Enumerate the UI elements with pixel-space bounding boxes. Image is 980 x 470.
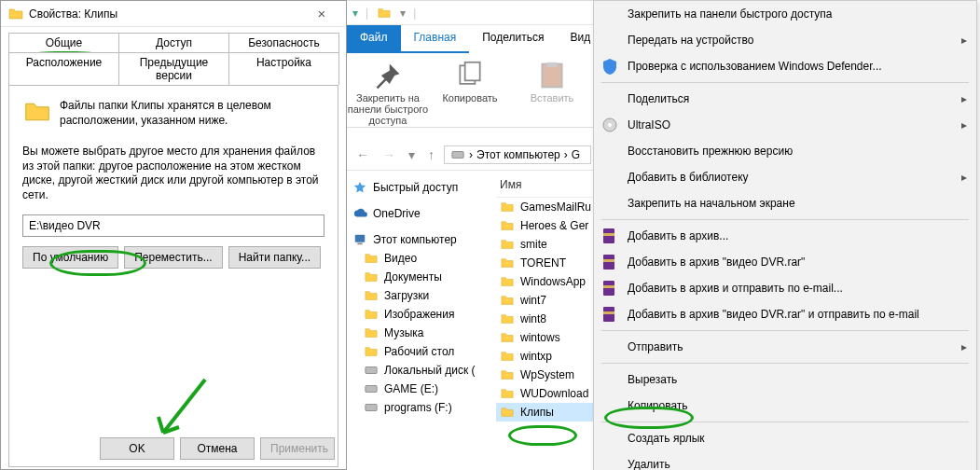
paste-icon	[537, 61, 567, 90]
tree-label: Быстрый доступ	[373, 181, 458, 194]
context-menu: Закрепить на панели быстрого доступаПере…	[593, 0, 977, 470]
folder-icon	[500, 387, 515, 400]
context-menu-item[interactable]: Закрепить на панели быстрого доступа	[594, 1, 976, 27]
close-icon[interactable]: ×	[305, 6, 338, 21]
menu-item-label: Добавить в библиотеку	[628, 171, 952, 184]
file-row[interactable]: wintxp	[496, 347, 597, 366]
tree-this-pc[interactable]: Этот компьютер	[351, 230, 492, 249]
context-menu-item[interactable]: Добавить в архив "видео DVR.rar" и отпра…	[594, 301, 976, 327]
file-row[interactable]: Heroes & Ger	[496, 216, 597, 235]
folder-icon	[500, 200, 515, 214]
svg-rect-10	[547, 62, 558, 67]
copy-icon	[455, 61, 485, 90]
breadcrumb-next[interactable]: G	[572, 148, 580, 161]
context-menu-item[interactable]: Передать на устройство▸	[594, 27, 976, 53]
submenu-arrow-icon: ▸	[961, 340, 967, 353]
context-menu-item[interactable]: Создать ярлык	[594, 425, 976, 451]
menu-item-label: Добавить в архив...	[628, 229, 967, 242]
tab-location[interactable]: Расположение	[8, 52, 119, 85]
nav-back-icon[interactable]: ←	[352, 147, 373, 162]
file-row[interactable]: GamesMailRu	[496, 198, 597, 216]
file-row[interactable]: TORENT	[496, 254, 597, 272]
context-menu-item[interactable]: Отправить▸	[594, 334, 976, 360]
file-row[interactable]: wint7	[496, 291, 597, 310]
file-row[interactable]: wint8	[496, 310, 597, 328]
file-row[interactable]: wintows	[496, 328, 597, 347]
shield-icon	[601, 58, 618, 75]
ribbon-tab-file[interactable]: Файл	[347, 25, 401, 53]
tree-quick-access[interactable]: Быстрый доступ	[351, 178, 492, 197]
context-menu-item[interactable]: Восстановить прежнюю версию	[594, 138, 976, 164]
cancel-button[interactable]: Отмена	[180, 437, 255, 460]
apply-button[interactable]: Применить	[260, 437, 335, 460]
context-menu-item[interactable]: Удалить	[594, 451, 976, 470]
tab-security[interactable]: Безопасность	[228, 33, 339, 52]
tree-downloads[interactable]: Загрузки	[351, 286, 492, 305]
context-menu-item[interactable]: Добавить в библиотеку▸	[594, 164, 976, 190]
archive-icon	[601, 254, 618, 270]
nav-forward-icon[interactable]: →	[379, 147, 399, 162]
submenu-arrow-icon: ▸	[961, 92, 967, 105]
file-name: Heroes & Ger	[520, 219, 588, 232]
breadcrumb-root[interactable]: Этот компьютер	[476, 148, 560, 161]
file-row[interactable]: Клипы	[496, 403, 597, 422]
context-menu-item[interactable]: Копировать	[594, 393, 976, 419]
move-button[interactable]: Переместить...	[124, 246, 223, 269]
context-menu-item[interactable]: UltraISO▸	[594, 112, 976, 138]
breadcrumb[interactable]: › Этот компьютер › G	[444, 145, 591, 164]
tree-documents[interactable]: Документы	[351, 268, 492, 286]
ribbon-copy-button[interactable]: Копировать	[429, 57, 511, 123]
tree-onedrive[interactable]: OneDrive	[351, 204, 492, 223]
ok-button[interactable]: OK	[100, 437, 174, 460]
tree-desktop[interactable]: Рабочий стол	[351, 342, 492, 361]
pin-icon	[373, 61, 403, 90]
file-row[interactable]: WUDownload	[496, 384, 597, 403]
tab-general[interactable]: Общие	[8, 33, 119, 52]
menu-separator	[601, 82, 969, 83]
ribbon-tab-home[interactable]: Главная	[401, 25, 470, 53]
tab-customize[interactable]: Настройка	[228, 52, 339, 85]
quick-access-toolbar: ▾ | ▾ |	[347, 1, 597, 25]
tree-label: Изображения	[384, 308, 454, 321]
file-name: wintows	[520, 331, 560, 344]
tree-local-disk[interactable]: Локальный диск (	[351, 361, 492, 380]
find-folder-button[interactable]: Найти папку...	[228, 246, 321, 269]
archive-icon	[601, 306, 618, 323]
tree-music[interactable]: Музыка	[351, 324, 492, 342]
folder-icon[interactable]	[376, 7, 393, 20]
folder-icon	[500, 312, 515, 325]
tree-pictures[interactable]: Изображения	[351, 305, 492, 324]
column-header-name[interactable]: Имя	[496, 173, 597, 198]
tree-game-drive[interactable]: GAME (E:)	[351, 380, 492, 398]
qat-menu-icon[interactable]: ▾	[352, 7, 358, 20]
qat-dropdown-icon[interactable]: ▾	[400, 7, 406, 20]
nav-up-icon[interactable]: ↑	[424, 147, 438, 162]
file-row[interactable]: smite	[496, 235, 597, 254]
blank-icon	[601, 430, 618, 447]
restore-default-button[interactable]: По умолчанию	[22, 246, 118, 269]
file-row[interactable]: WindowsApp	[496, 272, 597, 291]
tree-videos[interactable]: Видео	[351, 249, 492, 268]
archive-icon	[601, 280, 618, 297]
tab-prev-versions[interactable]: Предыдущие версии	[118, 52, 229, 85]
context-menu-item[interactable]: Вырезать	[594, 366, 976, 393]
file-row[interactable]: WpSystem	[496, 366, 597, 384]
tree-programs-drive[interactable]: programs (F:)	[351, 398, 492, 417]
context-menu-item[interactable]: Проверка с использованием Windows Defend…	[594, 53, 976, 79]
context-menu-item[interactable]: Добавить в архив и отправить по e-mail..…	[594, 275, 976, 301]
ribbon-pin-button[interactable]: Закрепить на панели быстрого доступа	[347, 57, 429, 123]
tab-access[interactable]: Доступ	[118, 33, 229, 52]
context-menu-item[interactable]: Поделиться▸	[594, 86, 976, 112]
ribbon-tab-share[interactable]: Поделиться	[469, 25, 557, 53]
context-menu-item[interactable]: Закрепить на начальном экране	[594, 190, 976, 216]
ribbon-paste-button[interactable]: Вставить	[511, 57, 593, 123]
nav-history-icon[interactable]: ▾	[405, 147, 419, 162]
dialog-titlebar[interactable]: Свойства: Клипы ×	[1, 1, 346, 27]
context-menu-item[interactable]: Добавить в архив...	[594, 223, 976, 249]
address-bar: ← → ▾ ↑ › Этот компьютер › G	[347, 139, 597, 171]
archive-icon	[601, 228, 618, 244]
path-input[interactable]	[22, 214, 324, 237]
context-menu-item[interactable]: Добавить в архив "видео DVR.rar"	[594, 249, 976, 275]
ribbon-item-label: Копировать	[442, 92, 497, 104]
tree-label: Музыка	[384, 326, 423, 339]
